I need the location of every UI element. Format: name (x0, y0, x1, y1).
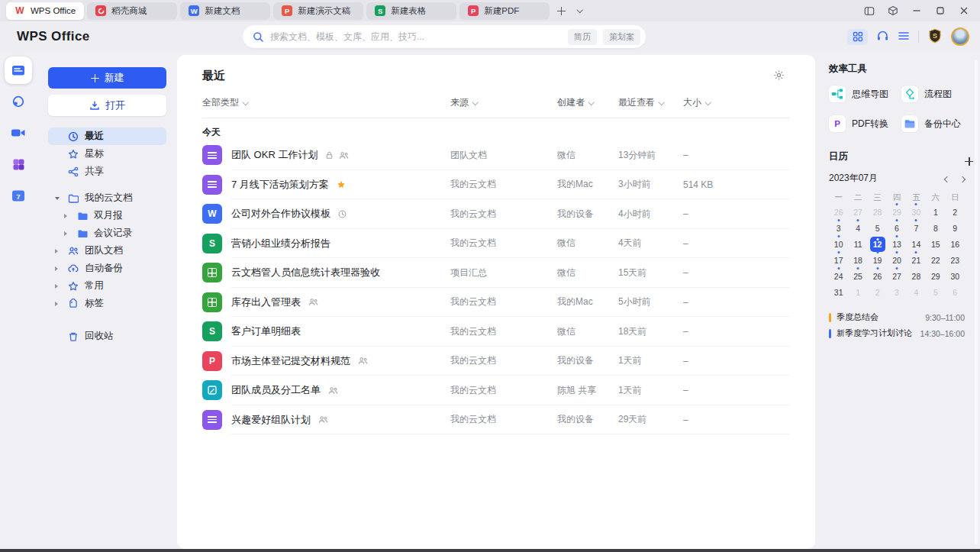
calendar-day[interactable]: 6 (947, 285, 962, 300)
calendar-day[interactable]: 27 (889, 269, 904, 284)
calendar-day[interactable]: 29 (928, 269, 943, 284)
calendar-day[interactable]: 7 (908, 221, 924, 236)
calendar-day[interactable]: 25 (850, 269, 866, 284)
document-row[interactable]: P 市场主体登记提交材料规范 我的云文档 我的设备 1天前 – (202, 347, 790, 376)
calendar-day[interactable]: 31 (831, 285, 846, 300)
filter-size[interactable]: 大小 (683, 96, 790, 109)
chevron-collapsed-icon[interactable] (64, 214, 67, 218)
calendar-day[interactable]: 4 (908, 285, 924, 300)
next-month-button[interactable] (960, 173, 965, 184)
tab-new-pdf[interactable]: P 新建PDF (459, 2, 550, 20)
toggle-sidebar-button[interactable] (861, 2, 878, 19)
tab-new-presentation[interactable]: P 新建演示文稿 (273, 2, 363, 20)
support-button[interactable] (876, 30, 889, 44)
tool-pdf-convert[interactable]: P PDF转换 (829, 115, 901, 132)
open-button[interactable]: 打开 (48, 95, 166, 116)
calendar-day[interactable]: 28 (908, 269, 924, 284)
chevron-collapsed-icon[interactable] (55, 302, 58, 306)
filter-last-viewed[interactable]: 最近查看 (618, 96, 683, 109)
filter-creator[interactable]: 创建者 (557, 96, 618, 109)
chevron-collapsed-icon[interactable] (64, 231, 67, 236)
sidebar-item-starred[interactable]: 星标 (48, 145, 166, 163)
calendar-day[interactable]: 3 (889, 285, 904, 300)
calendar-day[interactable]: 10 (831, 237, 846, 252)
calendar-day[interactable]: 27 (850, 205, 866, 220)
tab-new-document[interactable]: W 新建文档 (180, 2, 270, 20)
search-tag-plan[interactable]: 策划案 (603, 29, 640, 45)
sidebar-item-recent[interactable]: 最近 (48, 128, 166, 145)
membership-badge[interactable]: S (927, 28, 943, 46)
document-row[interactable]: 云文档管人员信息统计表理器验收 项目汇总 微信 15天前 – (202, 258, 790, 288)
calendar-day[interactable]: 19 (870, 253, 885, 268)
sidebar-item-auto-backup[interactable]: 自动备份 (48, 260, 166, 277)
sidebar-item-team-docs[interactable]: 团队文档 (48, 242, 166, 260)
calendar-day[interactable]: 14 (908, 237, 924, 252)
document-row[interactable]: 兴趣爱好组队计划 我的云文档 我的设备 29天前 – (202, 405, 790, 435)
apps-grid-button[interactable] (847, 29, 868, 45)
calendar-day[interactable]: 12 (870, 237, 885, 252)
tab-new-spreadsheet[interactable]: S 新建表格 (366, 2, 456, 20)
tool-mind-map[interactable]: 思维导图 (829, 86, 901, 102)
calendar-day[interactable]: 28 (870, 205, 885, 220)
filter-type[interactable]: 全部类型 (202, 96, 450, 109)
list-settings-button[interactable] (773, 69, 785, 83)
document-row[interactable]: 团队 OKR 工作计划 团队文档 微信 13分钟前 – (202, 140, 790, 170)
tab-docer-mall[interactable]: 稻壳商城 (87, 2, 177, 20)
rail-meeting[interactable] (5, 119, 32, 147)
document-row[interactable]: W 公司对外合作协议模板 我的云文档 我的设备 4小时前 – (202, 199, 790, 229)
calendar-day[interactable]: 5 (928, 285, 943, 300)
calendar-day[interactable]: 9 (947, 221, 962, 236)
avatar[interactable] (951, 27, 969, 46)
sidebar-item-shared[interactable]: 共享 (48, 163, 166, 180)
calendar-day[interactable]: 5 (870, 221, 885, 236)
filter-source[interactable]: 来源 (450, 96, 557, 109)
calendar-day[interactable]: 3 (831, 221, 846, 236)
document-row[interactable]: S 营销小组业绩分析报告 我的云文档 微信 4天前 – (202, 229, 790, 259)
calendar-day[interactable]: 18 (850, 253, 866, 268)
tool-backup-center[interactable]: 备份中心 (901, 115, 965, 132)
calendar-day[interactable]: 6 (889, 221, 904, 236)
document-row[interactable]: 库存出入管理表 我的云文档 我的Mac 5小时前 – (202, 288, 790, 318)
new-button[interactable]: 新建 (48, 67, 166, 89)
chevron-collapsed-icon[interactable] (55, 266, 58, 271)
minimize-button[interactable] (908, 2, 925, 19)
calendar-day[interactable]: 11 (850, 237, 866, 252)
document-row[interactable]: S 客户订单明细表 我的云文档 微信 18天前 – (202, 317, 790, 347)
tab-list-dropdown[interactable] (569, 2, 586, 19)
sidebar-item-frequent[interactable]: 常用 (48, 277, 166, 295)
tool-flowchart[interactable]: 流程图 (901, 86, 965, 102)
calendar-day[interactable]: 23 (947, 253, 962, 268)
calendar-day[interactable]: 16 (947, 237, 962, 252)
calendar-day[interactable]: 21 (908, 253, 924, 268)
search-tag-resume[interactable]: 简历 (568, 29, 597, 45)
calendar-day[interactable]: 2 (870, 285, 885, 300)
document-row[interactable]: 7 月线下活动策划方案 我的云文档 我的Mac 3小时前 514 KB (202, 170, 790, 200)
calendar-event[interactable]: 新季度学习计划讨论 14:30–16:00 (829, 325, 965, 341)
calendar-day[interactable]: 1 (928, 205, 943, 220)
scrollbar[interactable] (975, 60, 978, 544)
sidebar-folder-meeting-notes[interactable]: 会议记录 (48, 224, 166, 242)
chevron-expanded-icon[interactable] (55, 197, 60, 200)
tab-wps-office[interactable]: W WPS Office (6, 2, 84, 20)
calendar-day[interactable]: 2 (947, 205, 962, 220)
calendar-day[interactable]: 17 (831, 253, 846, 268)
close-button[interactable] (956, 2, 972, 19)
rail-documents[interactable] (5, 56, 32, 84)
calendar-day[interactable]: 26 (870, 269, 885, 284)
calendar-day[interactable]: 4 (850, 221, 866, 236)
new-tab-button[interactable] (553, 2, 569, 19)
calendar-day[interactable]: 24 (831, 269, 846, 284)
menu-button[interactable] (898, 31, 910, 44)
chevron-collapsed-icon[interactable] (55, 284, 58, 289)
rail-calendar[interactable]: 7 (5, 182, 32, 209)
calendar-day[interactable]: 30 (908, 205, 924, 220)
calendar-day[interactable]: 1 (850, 285, 866, 300)
rail-apps[interactable] (5, 150, 32, 178)
search-input[interactable] (270, 31, 562, 42)
rail-assistant[interactable] (5, 88, 32, 115)
sidebar-item-my-cloud-docs[interactable]: 我的云文档 (48, 189, 166, 207)
sidebar-item-trash[interactable]: 回收站 (48, 328, 166, 345)
search-bar[interactable]: 简历 策划案 (243, 25, 646, 48)
calendar-day[interactable]: 26 (831, 205, 846, 220)
calendar-day[interactable]: 29 (889, 205, 904, 220)
